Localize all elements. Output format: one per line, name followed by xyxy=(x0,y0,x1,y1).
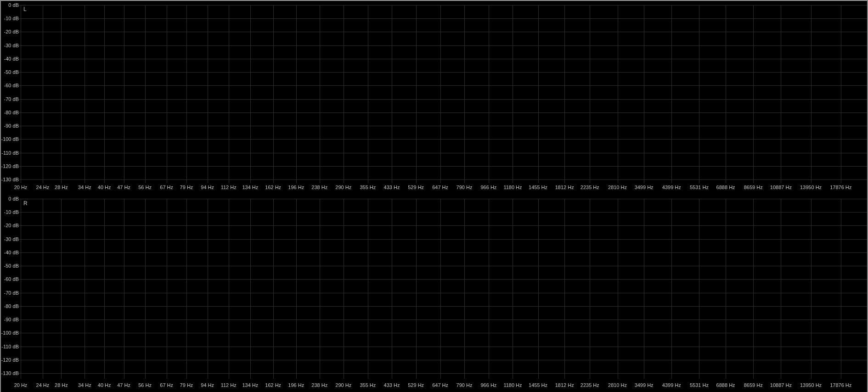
y-tick-label: -120 dB xyxy=(0,356,19,364)
x-tick-label: 2235 Hz xyxy=(581,381,599,389)
y-tick-label: -90 dB xyxy=(0,316,19,323)
x-tick-label: 134 Hz xyxy=(242,381,258,389)
y-tick-label: -30 dB xyxy=(0,42,19,49)
x-tick-label: 79 Hz xyxy=(180,381,193,389)
x-tick-label: 1180 Hz xyxy=(503,184,522,191)
x-tick-label: 28 Hz xyxy=(55,184,68,191)
x-tick-label: 966 Hz xyxy=(480,381,496,389)
x-tick-label: 112 Hz xyxy=(221,381,237,389)
spectrum-canvas-right xyxy=(0,193,868,392)
y-tick-label: -20 dB xyxy=(0,28,19,35)
x-tick-label: 40 Hz xyxy=(98,184,111,191)
window-border-left xyxy=(0,0,1,392)
x-tick-label: 6888 Hz xyxy=(716,184,735,191)
x-tick-label: 162 Hz xyxy=(265,184,281,191)
y-tick-label: -60 dB xyxy=(0,275,19,283)
x-tick-label: 433 Hz xyxy=(384,184,400,191)
x-tick-label: 790 Hz xyxy=(457,381,473,389)
y-tick-label: -40 dB xyxy=(0,249,19,256)
x-tick-label: 2810 Hz xyxy=(608,184,627,191)
x-tick-label: 966 Hz xyxy=(480,184,496,191)
x-tick-label: 433 Hz xyxy=(384,381,400,389)
y-tick-label: -60 dB xyxy=(0,82,19,89)
y-tick-label: -130 dB xyxy=(0,370,19,377)
x-tick-label: 290 Hz xyxy=(335,184,351,191)
channel-label-left: L xyxy=(23,6,27,12)
x-tick-label: 529 Hz xyxy=(408,184,424,191)
x-tick-label: 290 Hz xyxy=(335,381,351,389)
y-tick-label: -90 dB xyxy=(0,122,19,129)
y-tick-label: 0 dB xyxy=(0,1,19,9)
x-tick-label: 8659 Hz xyxy=(744,184,763,191)
y-tick-label: -80 dB xyxy=(0,302,19,310)
window-border-top xyxy=(0,0,868,1)
x-tick-label: 112 Hz xyxy=(221,184,237,191)
x-tick-label: 24 Hz xyxy=(36,381,50,389)
x-tick-label: 238 Hz xyxy=(311,184,327,191)
x-tick-label: 56 Hz xyxy=(138,381,152,389)
x-tick-label: 47 Hz xyxy=(117,381,130,389)
x-tick-label: 647 Hz xyxy=(432,381,448,389)
y-tick-label: -10 dB xyxy=(0,208,19,216)
y-tick-label: -20 dB xyxy=(0,222,19,229)
y-tick-label: -30 dB xyxy=(0,235,19,243)
y-tick-label: 0 dB xyxy=(0,195,19,202)
x-tick-label: 5531 Hz xyxy=(690,184,709,191)
x-tick-label: 34 Hz xyxy=(78,184,91,191)
y-tick-label: -50 dB xyxy=(0,262,19,269)
x-tick-label: 8659 Hz xyxy=(744,381,763,389)
x-tick-label: 4399 Hz xyxy=(662,381,681,389)
x-tick-label: 196 Hz xyxy=(288,381,304,389)
x-tick-label: 94 Hz xyxy=(201,184,214,191)
x-tick-label: 79 Hz xyxy=(180,184,193,191)
y-tick-label: -40 dB xyxy=(0,55,19,62)
x-tick-label: 47 Hz xyxy=(117,184,130,191)
y-tick-label: -70 dB xyxy=(0,289,19,297)
x-tick-label: 196 Hz xyxy=(288,184,304,191)
x-tick-label: 162 Hz xyxy=(265,381,281,389)
x-tick-label: 17876 Hz xyxy=(830,184,851,191)
x-tick-label: 56 Hz xyxy=(138,184,152,191)
x-tick-label: 2810 Hz xyxy=(608,381,627,389)
x-tick-label: 40 Hz xyxy=(98,381,111,389)
x-tick-label: 34 Hz xyxy=(78,381,91,389)
spectrum-analyzer-window: { "colors": { "background": "#000000", "… xyxy=(0,0,868,392)
x-tick-label: 28 Hz xyxy=(55,381,68,389)
x-tick-label: 790 Hz xyxy=(457,184,473,191)
x-tick-label: 1812 Hz xyxy=(555,184,574,191)
x-tick-label: 10887 Hz xyxy=(770,381,792,389)
y-tick-label: -110 dB xyxy=(0,343,19,350)
x-tick-label: 1455 Hz xyxy=(529,381,547,389)
x-tick-label: 94 Hz xyxy=(201,381,214,389)
y-tick-label: -130 dB xyxy=(0,176,19,183)
x-tick-label: 67 Hz xyxy=(160,381,173,389)
x-tick-label: 13950 Hz xyxy=(800,184,822,191)
y-tick-label: -10 dB xyxy=(0,15,19,22)
x-tick-label: 6888 Hz xyxy=(716,381,735,389)
x-tick-label: 20 Hz xyxy=(14,184,28,191)
spectrum-canvas-left xyxy=(0,0,868,184)
y-tick-label: -100 dB xyxy=(0,135,19,143)
y-tick-label: -120 dB xyxy=(0,162,19,170)
x-tick-label: 67 Hz xyxy=(160,184,173,191)
y-tick-label: -50 dB xyxy=(0,68,19,76)
x-tick-label: 355 Hz xyxy=(360,184,376,191)
x-tick-label: 1455 Hz xyxy=(529,184,547,191)
x-tick-label: 5531 Hz xyxy=(690,381,709,389)
channel-label-right: R xyxy=(23,200,28,207)
x-tick-label: 10887 Hz xyxy=(770,184,792,191)
x-tick-label: 3499 Hz xyxy=(635,381,654,389)
y-tick-label: -110 dB xyxy=(0,149,19,157)
x-tick-label: 355 Hz xyxy=(360,381,376,389)
x-tick-label: 1180 Hz xyxy=(503,381,522,389)
x-tick-label: 17876 Hz xyxy=(830,381,851,389)
x-tick-label: 4399 Hz xyxy=(662,184,681,191)
x-tick-label: 2235 Hz xyxy=(581,184,599,191)
x-tick-label: 1812 Hz xyxy=(555,381,574,389)
x-tick-label: 3499 Hz xyxy=(635,184,654,191)
x-tick-label: 529 Hz xyxy=(408,381,424,389)
x-tick-label: 134 Hz xyxy=(242,184,258,191)
y-tick-label: -80 dB xyxy=(0,109,19,116)
x-tick-label: 13950 Hz xyxy=(800,381,822,389)
x-tick-label: 24 Hz xyxy=(36,184,50,191)
